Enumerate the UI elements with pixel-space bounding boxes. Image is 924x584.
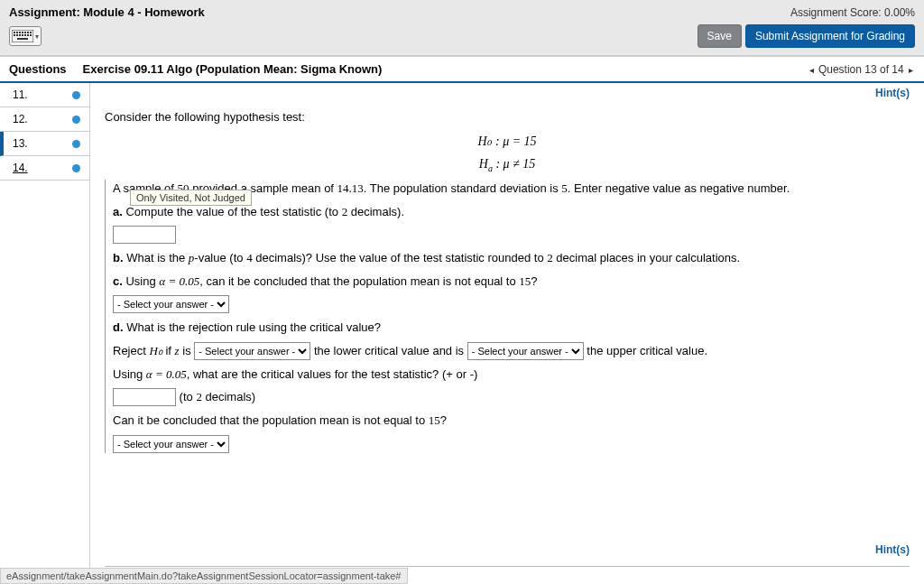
part-d-reject: Reject H₀ if z is - Select your answer -… [113,342,910,360]
question-content: Hint(s) Only Visited, Not Judged Conside… [90,83,924,584]
sidebar-item-14[interactable]: 14. [0,156,89,181]
question-sidebar: 11. 12. 13. 14. [0,83,90,584]
part-d-input[interactable] [113,388,176,406]
status-bar: eAssignment/takeAssignmentMain.do?takeAs… [0,568,408,584]
svg-rect-9 [16,34,18,36]
conclusion-text: Can it be concluded that the population … [113,412,910,430]
svg-rect-2 [16,32,18,33]
sidebar-item-13[interactable]: 13. [0,132,89,156]
svg-rect-7 [30,32,32,33]
part-d-select-lower[interactable]: - Select your answer - [194,342,310,360]
save-button[interactable]: Save [698,24,742,48]
sidebar-item-11[interactable]: 11. [0,83,89,107]
status-dot-icon [72,140,80,148]
submit-button[interactable]: Submit Assignment for Grading [745,24,915,48]
next-question-icon[interactable]: ▸ [907,65,915,75]
status-dot-icon [72,91,80,99]
svg-rect-15 [17,38,28,40]
svg-rect-5 [24,32,26,33]
keyboard-icon[interactable]: ▾ [9,26,42,46]
part-c-select[interactable]: - Select your answer - [113,295,229,313]
part-d-select-upper[interactable]: - Select your answer - [467,342,584,360]
conclusion-select[interactable]: - Select your answer - [113,435,229,453]
svg-rect-3 [19,32,21,33]
top-toolbar: Assignment: Module 4 - Homework Assignme… [0,0,924,56]
exercise-title: Exercise 09.11 Algo (Population Mean: Si… [83,62,383,76]
svg-rect-14 [30,34,32,36]
questions-label: Questions [9,62,67,76]
chevron-down-icon: ▾ [35,32,39,41]
svg-rect-13 [27,34,29,36]
svg-rect-1 [14,32,15,33]
part-a-input[interactable] [113,226,176,244]
status-tooltip: Only Visited, Not Judged [130,190,252,206]
question-position: Question 13 of 14 [818,63,904,76]
question-nav: ◂ Question 13 of 14 ▸ [808,63,915,76]
svg-rect-6 [27,32,29,33]
svg-rect-4 [22,32,23,33]
part-d-using: Using α = 0.05, what are the critical va… [113,366,910,384]
status-dot-icon [72,164,80,172]
prev-question-icon[interactable]: ◂ [808,65,816,75]
part-d-text: d. What is the rejection rule using the … [113,319,910,337]
hypothesis-ha: Ha : μ ≠ 15 [105,154,910,175]
hypothesis-h0: H₀ : μ = 15 [105,132,910,151]
question-header: Questions Exercise 09.11 Algo (Populatio… [0,56,924,83]
hints-link-bottom[interactable]: Hint(s) [875,543,910,556]
hints-link-top[interactable]: Hint(s) [105,87,910,99]
assignment-score: Assignment Score: 0.00% [790,6,915,19]
assignment-title: Assignment: Module 4 - Homework [9,5,205,19]
svg-rect-10 [19,34,21,36]
status-dot-icon [72,116,80,124]
part-b-text: b. What is the p-value (to 4 decimals)? … [113,249,910,267]
intro-text: Consider the following hypothesis test: [105,108,910,126]
svg-rect-8 [14,34,15,36]
svg-rect-11 [22,34,23,36]
sidebar-item-12[interactable]: 12. [0,107,89,132]
svg-rect-12 [24,34,26,36]
part-c-text: c. Using α = 0.05, can it be concluded t… [113,273,910,291]
